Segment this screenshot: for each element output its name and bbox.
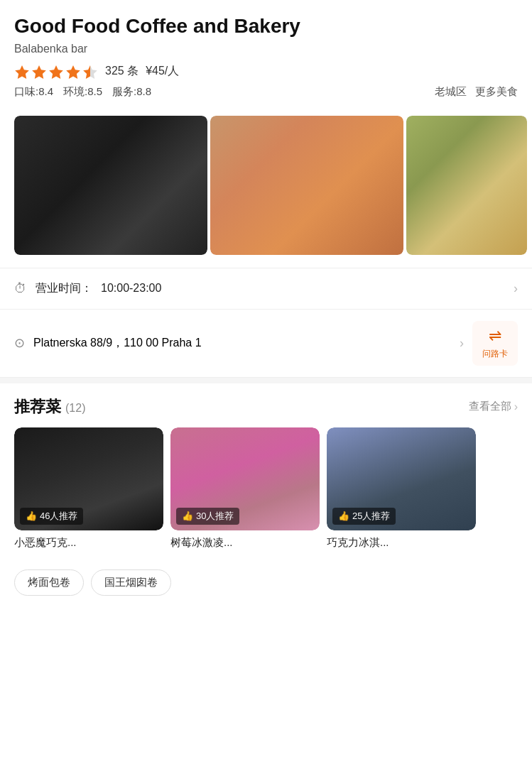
address-left: ⊙ Platnerska 88/9，110 00 Praha 1 bbox=[14, 335, 460, 351]
details-row: 口味:8.4 环境:8.5 服务:8.8 老城区 更多美食 bbox=[14, 85, 518, 99]
taste-score: 口味:8.4 bbox=[14, 85, 53, 99]
star-4 bbox=[65, 64, 81, 80]
photo-item-3[interactable] bbox=[406, 116, 527, 255]
details-right: 老城区 更多美食 bbox=[435, 85, 518, 99]
svg-marker-1 bbox=[32, 65, 46, 79]
star-3 bbox=[48, 64, 64, 80]
rating-count: 325 条 bbox=[105, 64, 139, 79]
star-5 bbox=[82, 64, 98, 80]
food-card-3[interactable]: 👍 25人推荐 巧克力冰淇... bbox=[327, 427, 476, 550]
info-section: ⏱ 营业时间： 10:00-23:00 › ⊙ Platnerska 88/9，… bbox=[0, 268, 532, 378]
food-card-2[interactable]: 👍 30人推荐 树莓冰激凌... bbox=[170, 427, 320, 550]
star-2 bbox=[31, 64, 47, 80]
business-hours-chevron: › bbox=[514, 281, 518, 296]
food-card-badge-text-2: 30人推荐 bbox=[196, 510, 234, 523]
svg-marker-3 bbox=[66, 65, 80, 79]
environment-score: 环境:8.5 bbox=[63, 85, 102, 99]
business-hours-left: ⏱ 营业时间： 10:00-23:00 bbox=[14, 281, 161, 296]
business-hours-row[interactable]: ⏱ 营业时间： 10:00-23:00 › bbox=[0, 268, 532, 310]
stars bbox=[14, 64, 98, 80]
rating-row: 325 条 ¥45/人 bbox=[14, 64, 518, 80]
food-card-name-1: 小恶魔巧克... bbox=[14, 536, 163, 550]
district-label[interactable]: 老城区 bbox=[435, 85, 467, 99]
photo-item-2[interactable] bbox=[210, 116, 403, 255]
svg-marker-4 bbox=[83, 65, 97, 79]
food-card-1[interactable]: 👍 46人推荐 小恶魔巧克... bbox=[14, 427, 163, 550]
address-value: Platnerska 88/9，110 00 Praha 1 bbox=[33, 336, 202, 351]
clock-icon: ⏱ bbox=[14, 281, 27, 296]
recommended-title-group: 推荐菜 (12) bbox=[14, 396, 85, 418]
see-all-label: 查看全部 bbox=[469, 400, 511, 413]
tags-row: 烤面包卷 国王烟囱卷 bbox=[14, 569, 518, 610]
food-card-name-3: 巧克力冰淇... bbox=[327, 536, 476, 550]
photo-strip bbox=[0, 116, 532, 255]
photo-item-1[interactable] bbox=[14, 116, 207, 255]
food-card-badge-text-3: 25人推荐 bbox=[352, 510, 390, 523]
location-icon: ⊙ bbox=[14, 335, 25, 351]
direction-box[interactable]: ⇌ 问路卡 bbox=[472, 321, 518, 366]
food-card-name-2: 树莓冰激凌... bbox=[170, 536, 320, 550]
price-per-person: ¥45/人 bbox=[146, 64, 179, 79]
header-section: Good Food Coffee and Bakery Balabenka ba… bbox=[0, 0, 532, 107]
tag-2[interactable]: 国王烟囱卷 bbox=[91, 569, 171, 596]
address-row[interactable]: ⊙ Platnerska 88/9，110 00 Praha 1 › ⇌ 问路卡 bbox=[0, 310, 532, 378]
food-card-img-3: 👍 25人推荐 bbox=[327, 427, 476, 530]
restaurant-name: Good Food Coffee and Bakery bbox=[14, 14, 518, 38]
food-card-badge-text-1: 46人推荐 bbox=[40, 510, 77, 523]
see-all-chevron: › bbox=[514, 400, 518, 413]
thumb-icon-2: 👍 bbox=[182, 511, 193, 521]
star-1 bbox=[14, 64, 30, 80]
restaurant-subtitle: Balabenka bar bbox=[14, 43, 518, 55]
address-chevron: › bbox=[460, 336, 464, 351]
food-cards: 👍 46人推荐 小恶魔巧克... 👍 30人推荐 树莓冰激凌... bbox=[14, 427, 518, 558]
food-card-img-1: 👍 46人推荐 bbox=[14, 427, 163, 530]
business-hours-label: 营业时间： bbox=[36, 281, 92, 296]
thumb-icon-1: 👍 bbox=[26, 511, 37, 521]
recommended-header: 推荐菜 (12) 查看全部 › bbox=[14, 396, 518, 418]
see-all-button[interactable]: 查看全部 › bbox=[469, 400, 518, 413]
food-card-badge-2: 👍 30人推荐 bbox=[176, 508, 239, 525]
section-separator bbox=[0, 378, 532, 383]
recommended-section: 推荐菜 (12) 查看全部 › 👍 46人推荐 小恶魔巧克... bbox=[0, 383, 532, 610]
service-score: 服务:8.8 bbox=[112, 85, 151, 99]
direction-icon: ⇌ bbox=[489, 327, 501, 345]
food-card-badge-1: 👍 46人推荐 bbox=[20, 508, 83, 525]
direction-label: 问路卡 bbox=[482, 348, 508, 360]
recommended-title: 推荐菜 bbox=[14, 396, 61, 418]
food-card-img-2: 👍 30人推荐 bbox=[170, 427, 320, 530]
details-left: 口味:8.4 环境:8.5 服务:8.8 bbox=[14, 85, 151, 99]
svg-marker-2 bbox=[49, 65, 63, 79]
recommended-count: (12) bbox=[65, 402, 85, 415]
business-hours-value: 10:00-23:00 bbox=[101, 282, 161, 295]
more-food-label[interactable]: 更多美食 bbox=[475, 85, 518, 99]
tag-1[interactable]: 烤面包卷 bbox=[14, 569, 84, 596]
thumb-icon-3: 👍 bbox=[338, 511, 349, 521]
food-card-badge-3: 👍 25人推荐 bbox=[332, 508, 396, 525]
svg-marker-0 bbox=[15, 65, 29, 79]
